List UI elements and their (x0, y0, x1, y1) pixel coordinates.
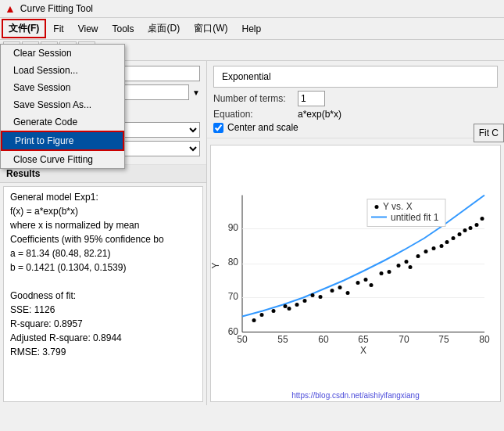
svg-rect-0 (211, 188, 500, 360)
svg-text:X: X (360, 345, 366, 356)
svg-point-41 (432, 246, 436, 250)
svg-point-30 (346, 291, 350, 295)
title-bar: ▲ Curve Fitting Tool (0, 0, 504, 18)
svg-text:50: 50 (237, 334, 248, 345)
svg-point-37 (405, 260, 409, 264)
menu-file[interactable]: 文件(F) (2, 19, 46, 38)
results-line-12: RMSE: 3.799 (10, 345, 196, 359)
svg-text:70: 70 (399, 334, 409, 345)
app-icon: ▲ (5, 2, 16, 15)
svg-point-34 (380, 271, 384, 275)
watermark: https://blog.csdn.net/aishiyifangxiang (291, 391, 419, 400)
menu-clear-session[interactable]: Clear Session (1, 45, 124, 62)
results-section: Results General model Exp1: f(x) = a*exp… (0, 165, 206, 405)
svg-point-51 (375, 205, 379, 209)
chart-svg: 60 70 80 90 50 55 60 65 70 75 80 Y (211, 145, 500, 401)
ydata-dropdown-icon[interactable]: ▼ (192, 88, 200, 97)
num-terms-input[interactable] (298, 91, 325, 106)
file-dropdown-menu: Clear Session Load Session... Save Sessi… (0, 44, 125, 169)
svg-text:55: 55 (277, 334, 288, 345)
fit-options-area: Exponential Number of terms: Equation: a… (207, 61, 504, 138)
svg-point-35 (388, 270, 391, 274)
menu-save-session-as[interactable]: Save Session As... (1, 96, 124, 113)
app-title: Curve Fitting Tool (20, 3, 93, 14)
num-terms-row: Number of terms: (213, 91, 498, 106)
results-line-10: R-square: 0.8957 (10, 317, 196, 331)
results-line-2: f(x) = a*exp(b*x) (10, 204, 196, 218)
svg-text:80: 80 (479, 334, 490, 345)
fit-type-label: Exponential (222, 71, 271, 82)
results-line-1: General model Exp1: (10, 190, 196, 204)
svg-point-43 (445, 240, 449, 244)
menu-save-session[interactable]: Save Session (1, 79, 124, 96)
svg-point-44 (452, 236, 456, 240)
num-terms-label: Number of terms: (213, 93, 291, 104)
results-line-5: a = 81.34 (80.48, 82.21) (10, 246, 196, 260)
chart-area: 60 70 80 90 50 55 60 65 70 75 80 Y (210, 145, 501, 402)
svg-point-29 (338, 286, 342, 289)
svg-point-46 (463, 228, 467, 232)
svg-text:Y: Y (211, 262, 221, 268)
menu-print-to-figure[interactable]: Print to Figure (1, 131, 124, 151)
results-line-7 (10, 275, 196, 289)
results-line-6: b = 0.1421 (0.1304, 0.1539) (10, 260, 196, 275)
menu-help[interactable]: Help (234, 20, 268, 38)
menu-close-curve-fitting[interactable]: Close Curve Fitting (1, 151, 124, 168)
center-scale-row: Center and scale (213, 122, 498, 133)
svg-text:untitled fit 1: untitled fit 1 (391, 212, 439, 223)
results-line-4: Coefficients (with 95% confidence bo (10, 232, 196, 246)
svg-point-27 (319, 295, 323, 299)
svg-point-36 (397, 264, 401, 268)
center-scale-label: Center and scale (227, 122, 298, 133)
svg-point-31 (356, 281, 360, 285)
center-scale-checkbox[interactable] (213, 123, 223, 133)
svg-point-48 (475, 223, 479, 227)
results-content[interactable]: General model Exp1: f(x) = a*exp(b*x) wh… (3, 186, 203, 402)
equation-label: Equation: (213, 109, 291, 120)
svg-point-45 (458, 232, 462, 236)
svg-text:60: 60 (318, 334, 329, 345)
menu-desktop[interactable]: 桌面(D) (141, 19, 187, 38)
right-panel: Exponential Number of terms: Equation: a… (207, 61, 504, 405)
svg-text:90: 90 (228, 222, 239, 233)
svg-point-47 (469, 226, 473, 230)
equation-value: a*exp(b*x) (298, 109, 341, 120)
results-line-11: Adjusted R-square: 0.8944 (10, 331, 196, 345)
svg-text:80: 80 (228, 257, 239, 268)
svg-point-42 (440, 244, 444, 248)
svg-point-20 (260, 313, 264, 317)
fit-button[interactable]: Fit C (474, 124, 504, 142)
svg-point-25 (303, 299, 307, 303)
svg-point-32 (364, 278, 368, 282)
svg-point-19 (252, 318, 256, 322)
svg-point-23 (288, 307, 291, 311)
menu-load-session[interactable]: Load Session... (1, 62, 124, 79)
svg-point-39 (416, 254, 420, 258)
results-line-9: SSE: 1126 (10, 303, 196, 317)
results-line-3: where x is normalized by mean (10, 218, 196, 232)
svg-point-33 (370, 283, 374, 287)
menu-window[interactable]: 窗口(W) (187, 19, 234, 38)
menu-view[interactable]: View (71, 20, 105, 38)
svg-point-24 (295, 303, 299, 307)
menu-fit[interactable]: Fit (46, 20, 70, 38)
results-line-8: Goodness of fit: (10, 289, 196, 303)
svg-text:Y vs. X: Y vs. X (383, 201, 413, 212)
svg-point-28 (331, 289, 334, 293)
svg-point-21 (272, 309, 276, 313)
svg-point-40 (424, 250, 428, 253)
svg-text:65: 65 (358, 334, 369, 345)
menu-tools[interactable]: Tools (105, 20, 141, 38)
equation-row: Equation: a*exp(b*x) (213, 109, 498, 120)
menu-generate-code[interactable]: Generate Code (1, 113, 124, 131)
svg-point-49 (481, 217, 484, 221)
svg-point-22 (284, 304, 288, 308)
menu-bar: 文件(F) Fit View Tools 桌面(D) 窗口(W) Help (0, 18, 504, 40)
svg-point-38 (409, 265, 413, 269)
svg-text:75: 75 (438, 334, 449, 345)
fit-type-box: Exponential (213, 66, 498, 88)
svg-text:70: 70 (228, 291, 239, 302)
svg-point-26 (311, 293, 315, 297)
